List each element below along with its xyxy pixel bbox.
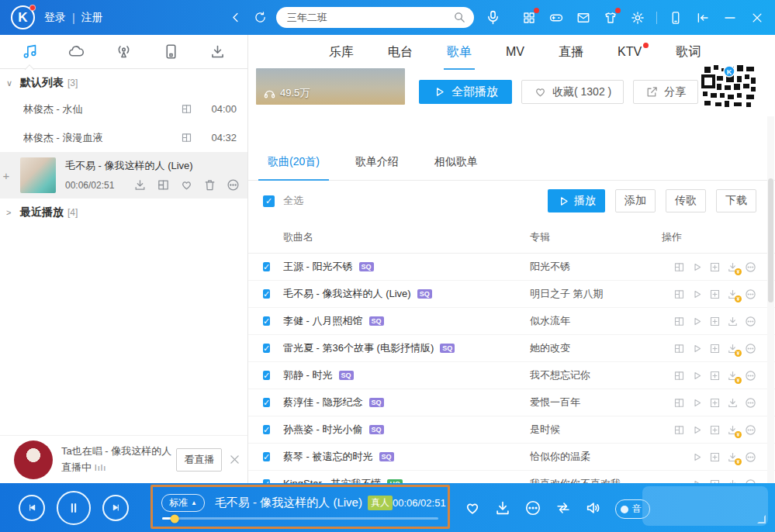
mv-icon[interactable] [673, 316, 685, 327]
row-checkbox[interactable]: ✓ [263, 398, 270, 407]
download-icon[interactable] [133, 178, 147, 192]
mv-icon[interactable] [673, 370, 685, 382]
device-tab-icon[interactable] [159, 40, 182, 64]
row-checkbox[interactable]: ✓ [263, 425, 270, 434]
mini-mode-icon[interactable] [694, 9, 711, 26]
download-icon[interactable]: ¥ [727, 343, 739, 354]
mv-icon[interactable] [157, 178, 170, 192]
back-button[interactable] [230, 11, 243, 24]
download-icon[interactable] [727, 316, 739, 327]
play-icon[interactable] [691, 397, 703, 409]
add-icon[interactable] [709, 316, 721, 327]
pause-button[interactable] [57, 491, 91, 525]
volume-icon[interactable] [585, 499, 602, 516]
song-table-row[interactable]: ✓ 王源 - 阳光不锈 SQ 阳光不锈 ¥ [248, 254, 775, 281]
play-icon[interactable] [691, 451, 703, 463]
refresh-button[interactable] [254, 11, 267, 24]
add-icon[interactable] [709, 424, 721, 436]
play-icon[interactable] [691, 424, 703, 436]
song-table-row[interactable]: ✓ 蔡琴 - 被遗忘的时光 SQ 恰似你的温柔 ¥ [248, 444, 775, 471]
more-icon[interactable] [745, 261, 756, 273]
content-tab[interactable]: 歌单介绍 [355, 155, 399, 180]
song-table-row[interactable]: ✓ 郭静 - 时光 SQ 我不想忘记你 ¥ [248, 362, 775, 389]
quality-selector[interactable]: 标准 ▲ [161, 494, 205, 512]
gear-icon[interactable] [629, 9, 646, 26]
local-music-tab-icon[interactable] [18, 40, 41, 64]
add-icon[interactable] [709, 370, 721, 382]
nav-tab-歌单[interactable]: 歌单 [447, 36, 472, 70]
scrollbar-thumb[interactable] [768, 178, 773, 302]
close-promo-icon[interactable] [228, 453, 241, 466]
download-button[interactable]: 下载 [716, 189, 756, 212]
mv-icon[interactable] [181, 132, 192, 143]
radio-tab-icon[interactable] [112, 40, 135, 64]
playlist-cover[interactable]: 49.5万 [256, 68, 405, 105]
row-checkbox[interactable]: ✓ [263, 316, 270, 326]
mv-icon[interactable] [181, 103, 192, 115]
player-song-title[interactable]: 毛不易 - 像我这样的人 (Live) [215, 496, 362, 510]
song-table-row[interactable]: ✓ 雷光夏 - 第36个故事 (电影抒情版) SQ 她的改变 ¥ [248, 335, 775, 362]
more-circle-icon[interactable] [524, 499, 541, 516]
register-link[interactable]: 注册 [81, 11, 103, 25]
nav-tab-电台[interactable]: 电台 [388, 36, 413, 70]
watch-live-button[interactable]: 看直播 [176, 448, 222, 472]
play-selected-button[interactable]: 播放 [548, 189, 605, 212]
nav-tab-MV[interactable]: MV [506, 36, 524, 68]
delete-icon[interactable] [203, 178, 216, 192]
recent-list-header[interactable]: > 最近播放 [4] [0, 201, 247, 224]
download-icon[interactable]: ¥ [727, 451, 739, 463]
close-icon[interactable] [749, 9, 766, 26]
download-icon[interactable]: ¥ [727, 261, 739, 273]
more-icon[interactable] [745, 316, 756, 327]
more-icon[interactable] [745, 424, 756, 436]
download-icon[interactable]: ¥ [727, 370, 739, 382]
more-icon[interactable] [745, 288, 756, 300]
mv-icon[interactable] [673, 288, 685, 300]
mv-icon[interactable] [673, 397, 685, 409]
cloud-tab-icon[interactable] [65, 40, 88, 64]
content-tab[interactable]: 歌曲(20首) [268, 155, 320, 180]
download-tray-icon[interactable] [494, 499, 511, 516]
add-icon[interactable] [709, 451, 721, 463]
select-all-checkbox[interactable]: ✓ [263, 195, 275, 207]
play-icon[interactable] [691, 288, 703, 300]
more-icon[interactable] [745, 343, 756, 354]
song-table-row[interactable]: ✓ 李健 - 八月照相馆 SQ 似水流年 [248, 308, 775, 335]
song-table-row[interactable]: ✓ 毛不易 - 像我这样的人 (Live) SQ 明日之子 第八期 ¥ [248, 281, 775, 308]
now-playing-row[interactable]: + 毛不易 - 像我这样的人 (Live) 00:06/02:51 [0, 152, 247, 199]
progress-bar[interactable] [162, 517, 438, 520]
mv-icon[interactable] [673, 424, 685, 436]
progress-knob[interactable] [171, 514, 179, 523]
play-icon[interactable] [691, 261, 703, 273]
nav-tab-直播[interactable]: 直播 [559, 36, 583, 70]
search-icon[interactable] [453, 11, 466, 24]
mv-icon[interactable] [673, 343, 685, 354]
mv-icon[interactable] [673, 261, 685, 273]
phone-icon[interactable] [667, 9, 684, 26]
play-all-button[interactable]: 全部播放 [419, 80, 512, 104]
play-icon[interactable] [691, 370, 703, 382]
favorite-icon[interactable] [180, 178, 193, 192]
nav-tab-乐库[interactable]: 乐库 [329, 36, 354, 70]
song-table-row[interactable]: ✓ 蔡淳佳 - 隐形纪念 SQ 爱恨一百年 [248, 389, 775, 416]
search-box[interactable] [276, 7, 474, 28]
tshirt-icon[interactable] [602, 9, 619, 26]
favorite-button[interactable]: 收藏( 1302 ) [521, 80, 624, 104]
repeat-icon[interactable] [555, 499, 572, 516]
song-table-row[interactable]: ✓ 孙燕姿 - 时光小偷 SQ 是时候 ¥ [248, 416, 775, 444]
login-link[interactable]: 登录 [44, 11, 66, 25]
upload-song-button[interactable]: 传歌 [666, 189, 706, 212]
more-icon[interactable] [745, 451, 756, 463]
apps-grid-icon[interactable] [521, 9, 538, 26]
more-icon[interactable] [227, 178, 240, 192]
search-input[interactable] [287, 12, 453, 23]
sidebar-song-row[interactable]: 林俊杰 - 浪漫血液 04:32 [0, 123, 247, 152]
add-button[interactable]: 添加 [615, 189, 656, 212]
qr-code[interactable]: K [701, 65, 757, 112]
content-tab[interactable]: 相似歌单 [434, 155, 478, 180]
row-checkbox[interactable]: ✓ [263, 262, 270, 271]
song-table-row[interactable]: ✓ KingStar - 其实我不懂 HQ 我喜欢你你不喜欢我 [248, 471, 775, 483]
default-list-header[interactable]: ∨ 默认列表 [3] [0, 71, 247, 95]
row-checkbox[interactable]: ✓ [263, 452, 270, 461]
download-tab-icon[interactable] [206, 40, 230, 64]
